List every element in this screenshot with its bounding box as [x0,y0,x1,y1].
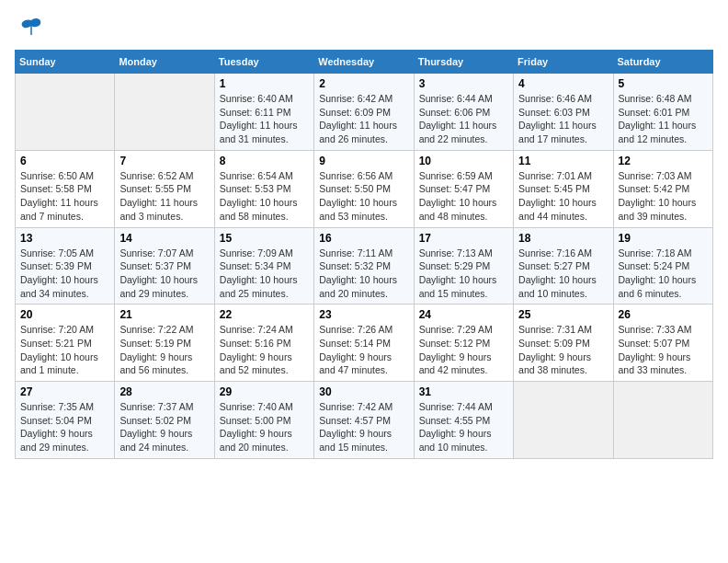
day-info: Sunrise: 6:40 AM Sunset: 6:11 PM Dayligh… [220,92,309,146]
day-info: Sunrise: 6:59 AM Sunset: 5:47 PM Dayligh… [419,169,508,224]
calendar-cell: 28Sunrise: 7:37 AM Sunset: 5:02 PM Dayli… [115,382,214,459]
calendar-cell: 2Sunrise: 6:42 AM Sunset: 6:09 PM Daylig… [314,74,414,151]
day-number: 24 [419,308,508,321]
day-info: Sunrise: 7:11 AM Sunset: 5:32 PM Dayligh… [319,247,408,301]
day-info: Sunrise: 7:16 AM Sunset: 5:27 PM Dayligh… [518,247,608,301]
day-info: Sunrise: 7:13 AM Sunset: 5:29 PM Dayligh… [419,247,508,301]
day-info: Sunrise: 6:54 AM Sunset: 5:53 PM Dayligh… [220,169,309,224]
weekday-header-wednesday: Wednesday [314,51,414,74]
calendar-cell: 19Sunrise: 7:18 AM Sunset: 5:24 PM Dayli… [613,227,712,304]
calendar-cell: 15Sunrise: 7:09 AM Sunset: 5:34 PM Dayli… [214,227,313,304]
day-info: Sunrise: 7:09 AM Sunset: 5:34 PM Dayligh… [220,247,309,301]
calendar-cell: 20Sunrise: 7:20 AM Sunset: 5:21 PM Dayli… [16,304,115,382]
day-number: 9 [319,155,408,167]
calendar-table: SundayMondayTuesdayWednesdayThursdayFrid… [15,50,713,459]
calendar-cell: 4Sunrise: 6:46 AM Sunset: 6:03 PM Daylig… [514,74,613,151]
calendar-cell: 26Sunrise: 7:33 AM Sunset: 5:07 PM Dayli… [613,304,712,382]
calendar-cell [115,74,214,151]
day-info: Sunrise: 7:22 AM Sunset: 5:19 PM Dayligh… [119,323,209,377]
page-header [15,15,713,40]
day-number: 13 [20,232,109,245]
weekday-header-monday: Monday [115,51,214,74]
calendar-cell: 3Sunrise: 6:44 AM Sunset: 6:06 PM Daylig… [414,74,513,151]
day-number: 14 [119,232,209,245]
calendar-cell: 25Sunrise: 7:31 AM Sunset: 5:09 PM Dayli… [514,304,613,382]
calendar-week-4: 20Sunrise: 7:20 AM Sunset: 5:21 PM Dayli… [16,304,713,382]
calendar-cell: 21Sunrise: 7:22 AM Sunset: 5:19 PM Dayli… [115,304,214,382]
calendar-cell: 17Sunrise: 7:13 AM Sunset: 5:29 PM Dayli… [414,227,513,304]
day-number: 31 [419,385,508,398]
day-info: Sunrise: 7:01 AM Sunset: 5:45 PM Dayligh… [518,169,608,224]
day-info: Sunrise: 7:31 AM Sunset: 5:09 PM Dayligh… [518,323,608,377]
weekday-header-friday: Friday [514,51,613,74]
weekday-header-saturday: Saturday [613,51,712,74]
day-number: 11 [518,155,608,167]
calendar-cell: 27Sunrise: 7:35 AM Sunset: 5:04 PM Dayli… [16,382,115,459]
calendar-cell: 24Sunrise: 7:29 AM Sunset: 5:12 PM Dayli… [414,304,513,382]
calendar-cell [613,382,712,459]
day-info: Sunrise: 7:18 AM Sunset: 5:24 PM Dayligh… [619,247,708,301]
calendar-cell: 9Sunrise: 6:56 AM Sunset: 5:50 PM Daylig… [314,150,414,227]
day-info: Sunrise: 7:03 AM Sunset: 5:42 PM Dayligh… [619,169,708,224]
logo-bird-icon [18,15,44,40]
calendar-cell: 13Sunrise: 7:05 AM Sunset: 5:39 PM Dayli… [16,227,115,304]
day-info: Sunrise: 7:20 AM Sunset: 5:21 PM Dayligh… [20,323,109,377]
calendar-cell: 22Sunrise: 7:24 AM Sunset: 5:16 PM Dayli… [214,304,313,382]
day-info: Sunrise: 6:48 AM Sunset: 6:01 PM Dayligh… [619,92,708,146]
day-number: 2 [319,77,408,90]
calendar-cell: 1Sunrise: 6:40 AM Sunset: 6:11 PM Daylig… [214,74,313,151]
calendar-week-5: 27Sunrise: 7:35 AM Sunset: 5:04 PM Dayli… [16,382,713,459]
weekday-header-row: SundayMondayTuesdayWednesdayThursdayFrid… [16,51,713,74]
calendar-week-1: 1Sunrise: 6:40 AM Sunset: 6:11 PM Daylig… [16,74,713,151]
day-number: 1 [220,77,309,90]
calendar-cell: 23Sunrise: 7:26 AM Sunset: 5:14 PM Dayli… [314,304,414,382]
day-info: Sunrise: 7:40 AM Sunset: 5:00 PM Dayligh… [220,400,309,454]
day-info: Sunrise: 7:29 AM Sunset: 5:12 PM Dayligh… [419,323,508,377]
day-number: 7 [119,155,209,167]
day-number: 22 [220,308,309,321]
calendar-week-2: 6Sunrise: 6:50 AM Sunset: 5:58 PM Daylig… [16,150,713,227]
day-info: Sunrise: 7:35 AM Sunset: 5:04 PM Dayligh… [20,400,109,454]
calendar-week-3: 13Sunrise: 7:05 AM Sunset: 5:39 PM Dayli… [16,227,713,304]
day-info: Sunrise: 7:07 AM Sunset: 5:37 PM Dayligh… [119,247,209,301]
day-info: Sunrise: 7:33 AM Sunset: 5:07 PM Dayligh… [619,323,708,377]
day-number: 3 [419,77,508,90]
day-number: 5 [619,77,708,90]
weekday-header-tuesday: Tuesday [214,51,313,74]
day-info: Sunrise: 6:42 AM Sunset: 6:09 PM Dayligh… [319,92,408,146]
calendar-cell: 30Sunrise: 7:42 AM Sunset: 4:57 PM Dayli… [314,382,414,459]
calendar-cell: 14Sunrise: 7:07 AM Sunset: 5:37 PM Dayli… [115,227,214,304]
weekday-header-thursday: Thursday [414,51,513,74]
day-number: 30 [319,385,408,398]
day-info: Sunrise: 6:52 AM Sunset: 5:55 PM Dayligh… [119,169,209,224]
day-info: Sunrise: 7:37 AM Sunset: 5:02 PM Dayligh… [119,400,209,454]
day-number: 10 [419,155,508,167]
day-info: Sunrise: 6:44 AM Sunset: 6:06 PM Dayligh… [419,92,508,146]
day-number: 27 [20,385,109,398]
calendar-cell: 29Sunrise: 7:40 AM Sunset: 5:00 PM Dayli… [214,382,313,459]
calendar-cell: 18Sunrise: 7:16 AM Sunset: 5:27 PM Dayli… [514,227,613,304]
day-number: 8 [220,155,309,167]
day-number: 25 [518,308,608,321]
day-number: 20 [20,308,109,321]
day-info: Sunrise: 6:56 AM Sunset: 5:50 PM Dayligh… [319,169,408,224]
day-number: 26 [619,308,708,321]
calendar-cell: 6Sunrise: 6:50 AM Sunset: 5:58 PM Daylig… [16,150,115,227]
day-number: 18 [518,232,608,245]
calendar-cell: 31Sunrise: 7:44 AM Sunset: 4:55 PM Dayli… [414,382,513,459]
day-number: 19 [619,232,708,245]
calendar-cell: 12Sunrise: 7:03 AM Sunset: 5:42 PM Dayli… [613,150,712,227]
day-info: Sunrise: 7:44 AM Sunset: 4:55 PM Dayligh… [419,400,508,454]
day-number: 4 [518,77,608,90]
day-info: Sunrise: 7:24 AM Sunset: 5:16 PM Dayligh… [220,323,309,377]
day-info: Sunrise: 7:26 AM Sunset: 5:14 PM Dayligh… [319,323,408,377]
day-info: Sunrise: 6:50 AM Sunset: 5:58 PM Dayligh… [20,169,109,224]
day-info: Sunrise: 6:46 AM Sunset: 6:03 PM Dayligh… [518,92,608,146]
calendar-cell [514,382,613,459]
calendar-cell [16,74,115,151]
day-number: 12 [619,155,708,167]
day-info: Sunrise: 7:42 AM Sunset: 4:57 PM Dayligh… [319,400,408,454]
calendar-cell: 8Sunrise: 6:54 AM Sunset: 5:53 PM Daylig… [214,150,313,227]
calendar-cell: 5Sunrise: 6:48 AM Sunset: 6:01 PM Daylig… [613,74,712,151]
calendar-cell: 7Sunrise: 6:52 AM Sunset: 5:55 PM Daylig… [115,150,214,227]
